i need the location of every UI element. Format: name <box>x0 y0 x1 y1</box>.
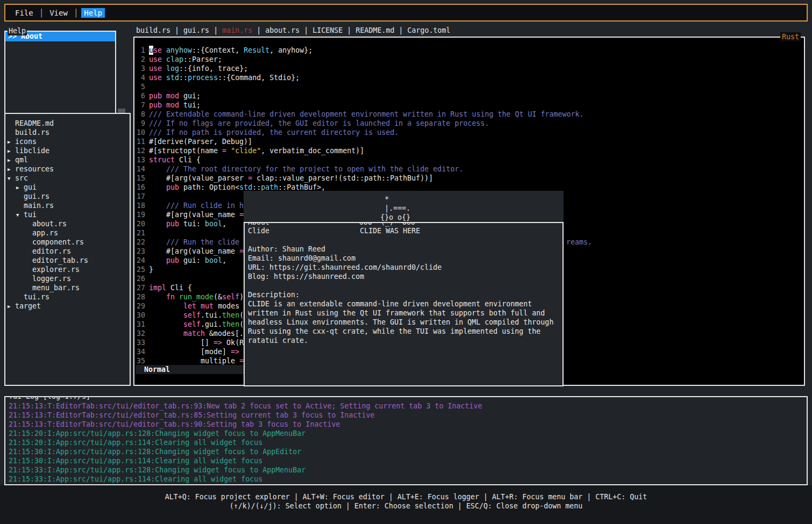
code-line[interactable]: 4use std::process::{Command, Stdio}; <box>134 73 804 82</box>
code-line[interactable]: 8/// Extendable command-line driven deve… <box>134 110 804 119</box>
log-entry: 21:15:20:I:App:src/tui/app.rs:128:Changi… <box>9 429 807 438</box>
explorer-item-qml[interactable]: ▶qml <box>5 155 130 164</box>
tab-cargo-toml[interactable]: Cargo.toml <box>407 26 450 34</box>
code-line[interactable]: 2use clap::Parser; <box>134 55 804 64</box>
explorer-item-label: gui.rs <box>24 192 49 200</box>
explorer-item-readme-md[interactable]: README.md <box>5 119 130 128</box>
line-number: 8 <box>134 110 145 119</box>
code-token: pub <box>166 183 179 192</box>
code-token: , <box>222 256 226 265</box>
popup-content: Clide CLIDE WAS HERE Author: Shaun Reed … <box>245 223 562 345</box>
indent-spacer <box>16 202 24 211</box>
code-line[interactable]: 10/// If no path is provided, the curren… <box>134 128 804 137</box>
code-token: Cli { <box>166 283 192 292</box>
code-token <box>196 302 201 311</box>
tab-build-rs[interactable]: build.rs <box>136 26 170 34</box>
explorer-item-libclide[interactable]: ▶libclide <box>5 146 130 155</box>
code-token: path: Option< <box>179 183 239 192</box>
code-token: = <box>222 146 226 155</box>
code-line[interactable]: 6pub mod gui; <box>134 91 804 101</box>
menu-item-file[interactable]: File <box>12 8 36 18</box>
code-line[interactable]: 9/// If no flags are provided, the GUI e… <box>134 119 804 128</box>
explorer-item-icons[interactable]: ▶icons <box>5 137 130 146</box>
tab-readme-md[interactable]: README.md <box>355 26 394 34</box>
explorer-item-label: gui <box>24 183 37 191</box>
menu-item-view[interactable]: View <box>47 8 70 18</box>
menu-item-help[interactable]: Help <box>81 8 105 18</box>
text-cursor: u <box>149 46 153 55</box>
explorer-item-tui[interactable]: ▼tui <box>5 210 130 219</box>
line-number: 13 <box>134 155 145 164</box>
code-line[interactable]: 11#[derive(Parser, Debug)] <box>134 137 804 146</box>
code-line[interactable]: 14 /// The root directory for the projec… <box>134 164 804 174</box>
code-token <box>149 219 166 228</box>
code-token: then <box>222 320 239 329</box>
explorer-item-editor-tab-rs[interactable]: editor_tab.rs <box>5 256 130 265</box>
tab-separator: | <box>252 26 265 34</box>
tab-separator: | <box>209 26 222 34</box>
explorer-item-label: qml <box>15 156 28 164</box>
code-token: self <box>183 311 201 320</box>
code-token: use <box>149 64 162 73</box>
code-token: clap::value_parser!(std::path::PathBuf))… <box>252 174 433 183</box>
shortcuts-line-2: (↑/k)/(↓/j): Select option | Enter: Choo… <box>0 501 812 511</box>
tab-gui-rs[interactable]: gui.rs <box>183 26 209 34</box>
code-token: bool <box>205 256 222 265</box>
explorer-item-src[interactable]: ▼src <box>5 174 130 183</box>
line-number: 17 <box>134 192 145 201</box>
code-token: = <box>248 174 252 183</box>
explorer-item-app-rs[interactable]: app.rs <box>5 228 130 238</box>
code-line[interactable]: 3use log::{info, trace}; <box>134 64 804 73</box>
log-entry: 21:15:20:I:App:src/tui/app.rs:114:Cleari… <box>9 438 807 447</box>
explorer-item-menu-bar-rs[interactable]: menu_bar.rs <box>5 283 130 292</box>
code-line[interactable]: 1use anyhow::{Context, Result, anyhow}; <box>134 46 804 55</box>
explorer-item-gui[interactable]: ▶gui <box>5 183 130 192</box>
code-line[interactable]: 5 <box>134 82 804 91</box>
indent-spacer <box>25 247 32 256</box>
code-line[interactable]: 15 #[arg(value_parser = clap::value_pars… <box>134 174 804 183</box>
explorer-item-explorer-rs[interactable]: explorer.rs <box>5 265 130 274</box>
code-token: modes <box>213 302 239 311</box>
line-number: 21 <box>134 228 145 238</box>
explorer-item-tui-rs[interactable]: tui.rs <box>5 292 130 302</box>
indent-spacer <box>8 119 15 128</box>
line-number: 20 <box>134 219 145 228</box>
code-token <box>149 256 166 265</box>
line-number: 5 <box>134 82 145 91</box>
explorer-item-label: target <box>15 302 41 310</box>
explorer-item-label: tui <box>24 211 37 219</box>
folder-open-icon: ▼ <box>16 211 24 220</box>
code-token: #[arg(value_name <box>149 210 239 219</box>
code-token: , verbatim_doc_comment)] <box>261 146 364 155</box>
code-line[interactable]: 7pub mod tui; <box>134 101 804 110</box>
tab-license[interactable]: LICENSE <box>312 26 343 34</box>
code-token: /// If no flags are provided, the GUI ed… <box>149 119 489 128</box>
code-token <box>162 64 166 73</box>
tab-about-rs[interactable]: about.rs <box>265 26 300 34</box>
code-line[interactable]: 12#[structopt(name = "clide", verbatim_d… <box>134 146 804 155</box>
explorer-item-gui-rs[interactable]: gui.rs <box>5 192 130 201</box>
explorer-item-target[interactable]: ▶target <box>5 302 130 311</box>
explorer-item-editor-rs[interactable]: editor.rs <box>5 247 130 256</box>
explorer-item-resources[interactable]: ▶resources <box>5 164 130 174</box>
shortcuts-line-1: ALT+Q: Focus project explorer | ALT+W: F… <box>0 492 812 501</box>
explorer-item-label: README.md <box>15 119 54 127</box>
explorer-item-about-rs[interactable]: about.rs <box>5 219 130 228</box>
explorer-item-build-rs[interactable]: build.rs <box>5 128 130 137</box>
tab-main-rs[interactable]: main.rs <box>222 26 252 34</box>
code-line[interactable]: 13struct Cli { <box>134 155 804 164</box>
code-token: use <box>149 55 162 64</box>
folder-collapsed-icon: ▶ <box>8 156 15 165</box>
explorer-item-main-rs[interactable]: main.rs <box>5 201 130 210</box>
code-token: mut <box>201 302 213 311</box>
code-token: } <box>149 265 153 274</box>
explorer-item-label: src <box>15 174 28 182</box>
file-explorer: README.md build.rs▶icons▶libclide▶qml▶re… <box>4 113 131 386</box>
code-token: bool <box>205 219 222 228</box>
explorer-item-component-rs[interactable]: component.rs <box>5 238 130 247</box>
explorer-item-label: app.rs <box>32 229 58 237</box>
code-token: #[structopt(name <box>149 146 222 155</box>
code-token <box>175 292 179 302</box>
code-token: #[derive(Parser, Debug)] <box>149 137 252 146</box>
explorer-item-logger-rs[interactable]: logger.rs <box>5 274 130 283</box>
